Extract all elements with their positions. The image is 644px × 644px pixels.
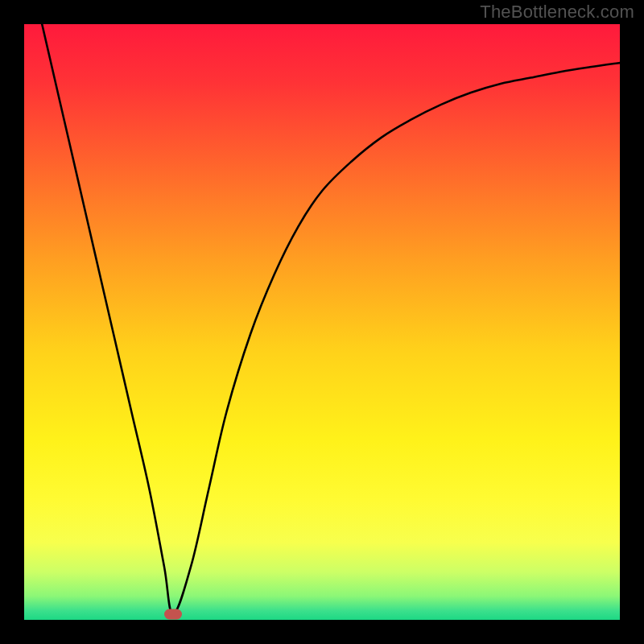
plot-area [24,24,620,620]
chart-frame: TheBottleneck.com [0,0,644,644]
minimum-marker [164,609,182,619]
bottleneck-curve [24,24,620,620]
watermark-text: TheBottleneck.com [480,2,634,23]
